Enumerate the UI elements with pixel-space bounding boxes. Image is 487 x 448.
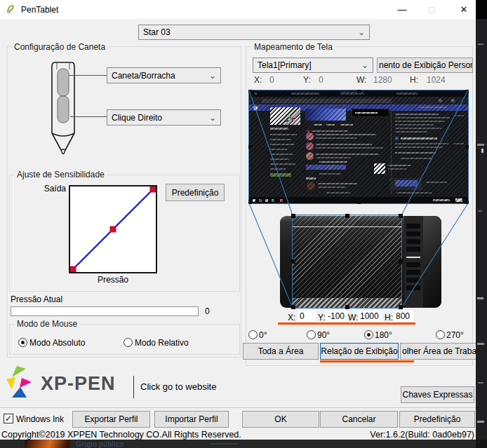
- cancel-button[interactable]: Cancelar: [320, 411, 398, 428]
- sensitivity-default-button[interactable]: Predefinição: [166, 184, 225, 201]
- right-column-header: [394, 105, 415, 110]
- website-link-label[interactable]: Click go to website: [140, 381, 216, 392]
- work-area-button[interactable]: olher Área de Traba: [400, 343, 479, 360]
- pen-upper-button-select[interactable]: Caneta/Borracha⌄: [107, 67, 221, 83]
- chevron-down-icon: ⌄: [209, 71, 216, 81]
- tablet-h-input[interactable]: 800: [394, 311, 413, 322]
- custom-display-mapping-button[interactable]: nento de Exibição Person: [377, 57, 473, 73]
- progress-bar: [306, 165, 346, 170]
- screen-y-label: Y:: [303, 75, 311, 85]
- minimize-button[interactable]: —: [390, 0, 414, 19]
- screen-selection-handle[interactable]: [357, 90, 361, 93]
- default-button[interactable]: Predefinição: [399, 411, 475, 428]
- rotation-0-label: 0°: [259, 330, 267, 340]
- pen-upper-connector-line: [69, 75, 107, 76]
- relative-mode-label: Modo Relativo: [135, 338, 189, 348]
- output-axis-label: Saída: [28, 184, 66, 194]
- screen-x-value: 0: [269, 75, 274, 85]
- background-window-strip: Grupo público: [0, 440, 476, 448]
- current-pressure-label: Pressão Atual: [11, 294, 62, 304]
- background-group-label: Grupo público: [76, 440, 124, 448]
- profile-select-value: Star 03: [143, 27, 171, 37]
- rotation-180-radio[interactable]: [364, 330, 373, 339]
- absolute-mode-label: Modo Absoluto: [29, 338, 85, 348]
- background-thumbnail: [25, 440, 70, 448]
- window-title: PenTablet: [21, 5, 58, 15]
- screen-selection-handle[interactable]: [465, 145, 469, 149]
- profile-select[interactable]: Star 03 ⌄: [138, 25, 370, 40]
- tablet-y-label: Y:: [318, 313, 326, 323]
- screen-selection-handle[interactable]: [357, 201, 361, 204]
- screen-y-value: 0: [319, 75, 323, 85]
- screen-w-value: 1280: [373, 75, 392, 85]
- screen-h-value: 1024: [427, 75, 446, 85]
- screen-selection-handle[interactable]: [248, 90, 252, 93]
- screen-selection-handle[interactable]: [248, 145, 252, 149]
- screen-mapping-group-title: Mapeamento de Tela: [251, 42, 335, 52]
- xppen-logo-text[interactable]: XP-PEN: [41, 373, 116, 395]
- display-ratio-button[interactable]: Relação de Exibição: [320, 343, 399, 360]
- rotation-90-radio[interactable]: [307, 330, 316, 339]
- relative-mode-radio[interactable]: [124, 338, 133, 347]
- tablet-selection-handle[interactable]: [345, 214, 349, 218]
- tablet-selection-handle[interactable]: [291, 259, 295, 264]
- pen-lower-button-select[interactable]: Clique Direito⌄: [107, 109, 221, 125]
- tablet-selection-handle[interactable]: [345, 305, 349, 309]
- export-profile-button[interactable]: Exportar Perfil: [72, 411, 150, 428]
- cta-button: [395, 180, 418, 186]
- tablet-selection-handle[interactable]: [399, 305, 403, 309]
- tablet-express-keys: [404, 216, 423, 308]
- tablet-x-label: X:: [288, 313, 295, 323]
- screen-selection-handle[interactable]: [248, 201, 252, 204]
- tablet-w-input[interactable]: 1000: [358, 311, 382, 322]
- tablet-w-label: W:: [348, 313, 358, 323]
- tablet-x-input[interactable]: 0: [298, 311, 316, 322]
- annotation-underline-ratio-button: [320, 360, 414, 362]
- screen-preview[interactable]: [248, 90, 469, 204]
- rotation-270-radio[interactable]: [436, 330, 445, 339]
- windows-ink-label: Windows Ink: [16, 414, 64, 424]
- mouse-mode-group-title: Modo de Mouse: [14, 319, 80, 329]
- pen-config-group-title: Configuração de Caneta: [11, 42, 108, 52]
- ok-button[interactable]: OK: [242, 411, 319, 428]
- xppen-logo-icon[interactable]: [6, 365, 39, 400]
- pressure-meter: [11, 306, 199, 316]
- screen-selection-handle[interactable]: [465, 201, 469, 204]
- windows-ink-checkbox[interactable]: ✓: [4, 414, 13, 423]
- copyright-text: Copyright©2019 XPPEN Technology CO.All R…: [1, 430, 241, 440]
- app-icon: [6, 4, 16, 15]
- sensitivity-curve-box[interactable]: [69, 185, 157, 273]
- logo-divider: [133, 376, 134, 398]
- monitor-select[interactable]: Tela1[Primary]⌄: [253, 57, 373, 73]
- tablet-selection-area[interactable]: [292, 215, 402, 308]
- check-icon: ✓: [5, 414, 12, 423]
- import-profile-button[interactable]: Importar Perfil: [154, 411, 229, 428]
- tablet-y-input[interactable]: -100: [326, 311, 347, 322]
- post-banner: [305, 109, 346, 121]
- tablet-selection-handle[interactable]: [399, 214, 403, 218]
- sensitivity-group-title: Ajuste de Sensibilidade: [14, 170, 107, 179]
- chevron-down-icon: ⌄: [361, 60, 368, 70]
- screen-h-label: H:: [410, 75, 418, 85]
- screen-selection-handle[interactable]: [465, 90, 469, 93]
- sensitivity-curve: [70, 186, 156, 272]
- tablet-h-label: H:: [385, 313, 393, 323]
- rotation-0-radio[interactable]: [248, 330, 258, 339]
- pressure-axis-label: Pressão: [69, 275, 157, 285]
- tablet-selection-handle[interactable]: [291, 214, 295, 218]
- tablet-selection-handle[interactable]: [399, 259, 403, 264]
- absolute-mode-radio[interactable]: [18, 338, 27, 347]
- screen-w-label: W:: [356, 75, 366, 85]
- pen-lower-connector-line: [70, 116, 107, 117]
- full-area-button[interactable]: Toda a Área: [243, 343, 319, 360]
- version-text: Ver:1.6.2(Build: 0ad0eb97): [351, 430, 474, 440]
- rotation-180-label: 180°: [375, 330, 392, 340]
- annotation-underline-coords: [278, 323, 415, 325]
- express-keys-button[interactable]: Chaves Expressas: [401, 386, 474, 403]
- background-window-right: [476, 0, 487, 448]
- footer-divider: [0, 407, 476, 408]
- maximize-button[interactable]: ▢: [420, 0, 443, 19]
- close-button[interactable]: ✕: [452, 0, 476, 19]
- tooltip-box: [352, 109, 389, 117]
- tablet-selection-handle[interactable]: [291, 305, 295, 309]
